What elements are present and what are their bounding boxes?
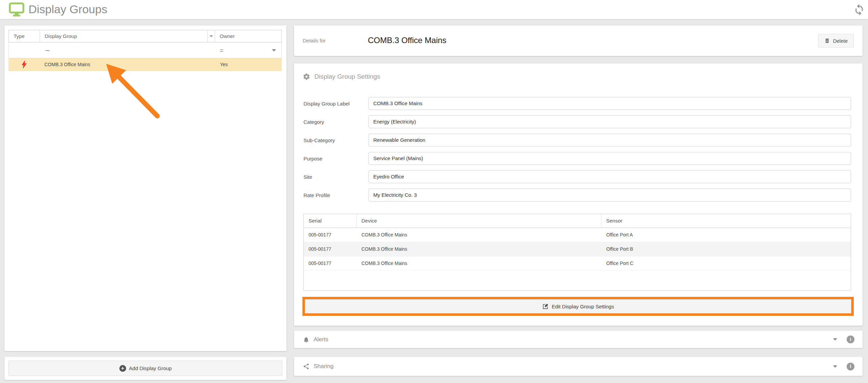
edit-display-group-settings-button[interactable]: Edit Display Group Settings (305, 299, 851, 313)
form-row: Purpose Service Panel (Mains) (303, 152, 851, 165)
list-filter-row: ∼ = (8, 42, 282, 58)
electricity-bolt-icon (8, 60, 40, 69)
alerts-section-card: Alerts i (294, 331, 863, 348)
cell-device: COMB.3 Office Mains (357, 256, 601, 270)
cell-sensor: Office Port A (601, 228, 851, 242)
add-display-group-label: Add Display Group (129, 365, 172, 371)
settings-section-title: Display Group Settings (314, 73, 380, 80)
column-header-display-group[interactable]: Display Group (40, 30, 208, 42)
cell-device: COMB.3 Office Mains (357, 242, 601, 256)
edit-pencil-icon (542, 303, 549, 310)
annotation-highlight-box: Edit Display Group Settings (302, 297, 854, 316)
delete-button-label: Delete (833, 38, 848, 44)
device-table-row: 005-00177 COMB.3 Office Mains Office Por… (304, 242, 851, 256)
refresh-icon[interactable] (853, 3, 865, 15)
device-table-row: 005-00177 COMB.3 Office Mains Office Por… (304, 256, 851, 271)
site-field[interactable]: Eyedro Office (369, 170, 851, 183)
details-for-label: Details for (303, 25, 326, 56)
cell-serial: 005-00177 (304, 242, 357, 256)
settings-section-header: Display Group Settings (303, 73, 380, 80)
field-label: Display Group Label (303, 101, 369, 107)
rate-profile-field[interactable]: My Electricity Co. 3 (369, 189, 851, 202)
sharing-section-card: Sharing i (294, 357, 863, 376)
form-row: Display Group Label COMB.3 Office Mains (303, 97, 851, 110)
form-row: Sub-Category Renewable Generation (303, 134, 851, 147)
cell-serial: 005-00177 (304, 228, 357, 242)
alerts-section-header[interactable]: Alerts (303, 331, 328, 348)
field-label: Sub-Category (303, 137, 369, 143)
details-header-card: Details for COMB.3 Office Mains Delete (294, 25, 863, 56)
filter-display-group-operator[interactable]: ∼ (40, 43, 208, 58)
filter-owner-caret-icon[interactable] (272, 49, 276, 52)
filter-owner-cell[interactable]: = (215, 43, 281, 58)
sharing-label: Sharing (314, 363, 334, 370)
field-label: Site (303, 174, 369, 180)
field-label: Category (303, 119, 369, 125)
filter-owner-operator[interactable]: = (220, 43, 223, 58)
device-table-row: 005-00177 COMB.3 Office Mains Office Por… (304, 228, 851, 242)
display-group-label-field[interactable]: COMB.3 Office Mains (369, 97, 851, 110)
form-row: Category Energy (Electricity) (303, 115, 851, 128)
alerts-expand-caret-icon[interactable] (833, 338, 837, 341)
sub-category-field[interactable]: Renewable Generation (369, 134, 851, 147)
sharing-expand-caret-icon[interactable] (833, 365, 837, 368)
purpose-field[interactable]: Service Panel (Mains) (369, 152, 851, 165)
cell-sensor: Office Port C (601, 256, 851, 270)
add-display-group-card: + Add Display Group (4, 357, 287, 380)
trash-icon (824, 38, 830, 44)
device-table-header: Serial Device Sensor (304, 214, 851, 228)
edit-button-label: Edit Display Group Settings (552, 304, 614, 309)
field-label: Rate Profile (303, 192, 369, 198)
page-title: Display Groups (28, 0, 107, 18)
alerts-info-icon[interactable]: i (847, 336, 854, 343)
display-groups-list-panel: Type Display Group Owner ∼ = COMB.3 Offi… (4, 25, 287, 351)
alerts-label: Alerts (314, 336, 328, 343)
bell-icon (303, 336, 310, 343)
row-display-group-name: COMB.3 Office Mains (40, 62, 208, 67)
column-header-sensor: Sensor (601, 214, 851, 228)
device-sensor-table: Serial Device Sensor 005-00177 COMB.3 Of… (303, 214, 851, 291)
settings-form: Display Group Label COMB.3 Office Mains … (303, 97, 851, 207)
column-header-device: Device (357, 214, 601, 228)
form-row: Site Eyedro Office (303, 170, 851, 183)
share-icon (303, 363, 310, 370)
form-row: Rate Profile My Electricity Co. 3 (303, 189, 851, 202)
top-bar: Display Groups (0, 0, 868, 19)
category-field[interactable]: Energy (Electricity) (369, 115, 851, 128)
column-header-owner[interactable]: Owner (215, 30, 281, 42)
cell-sensor: Office Port B (601, 242, 851, 256)
display-group-settings-card: Display Group Settings Display Group Lab… (294, 63, 863, 326)
list-header-row: Type Display Group Owner (8, 30, 282, 42)
column-menu-caret-icon[interactable] (208, 30, 215, 42)
details-title: COMB.3 Office Mains (368, 25, 447, 55)
row-owner-value: Yes (215, 62, 282, 67)
display-group-row-selected[interactable]: COMB.3 Office Mains Yes (8, 58, 282, 71)
sharing-info-icon[interactable]: i (847, 363, 854, 370)
column-header-serial: Serial (304, 214, 357, 228)
field-label: Purpose (303, 156, 369, 161)
cell-serial: 005-00177 (304, 256, 357, 270)
sharing-section-header[interactable]: Sharing (303, 357, 334, 376)
gear-icon (303, 73, 310, 80)
plus-circle-icon: + (119, 365, 126, 372)
cell-device: COMB.3 Office Mains (357, 228, 601, 242)
delete-button[interactable]: Delete (818, 34, 854, 47)
monitor-icon (9, 2, 24, 18)
column-header-type[interactable]: Type (9, 30, 40, 42)
add-display-group-button[interactable]: + Add Display Group (8, 361, 282, 376)
